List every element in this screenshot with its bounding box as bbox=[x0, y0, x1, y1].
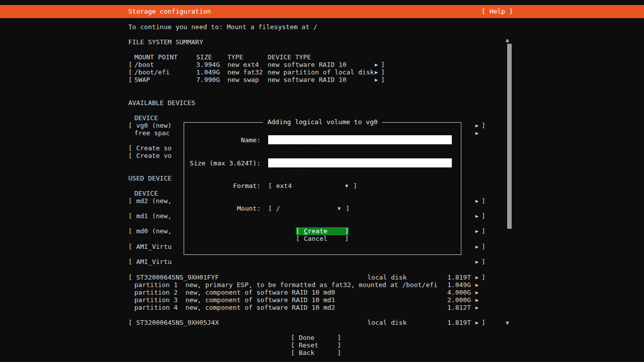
scroll-down-icon[interactable]: ▼ bbox=[506, 320, 509, 326]
chevron-down-icon: ▼ bbox=[345, 182, 348, 190]
row-disk-1[interactable]: [ ST32000645NS_9XH01FYF local disk 1.819… bbox=[0, 274, 644, 281]
create-volume-group-label: [ Create vo bbox=[128, 152, 172, 159]
title-bar: Storage configuration [ Help ] bbox=[0, 5, 644, 18]
expand-icon: ▶ bbox=[475, 296, 478, 304]
continue-notice: To continue you need to: Mount a filesys… bbox=[0, 23, 644, 31]
size-label: Size (max 3.624T): bbox=[184, 159, 261, 167]
expand-icon: ▶ bbox=[475, 258, 478, 265]
create-button[interactable]: [ Create ] bbox=[296, 227, 349, 235]
available-devices-title: AVAILABLE DEVICES bbox=[0, 99, 644, 107]
ami-virtual-label: [ AMI_Virtu bbox=[128, 258, 172, 265]
size-input[interactable]: 100G bbox=[268, 158, 452, 167]
partition-row-4[interactable]: partition 4 new, component of software R… bbox=[0, 304, 644, 311]
bracket: ] bbox=[481, 243, 486, 250]
col-mount-point: MOUNT POINT bbox=[134, 53, 178, 61]
partition-size: 4.000G bbox=[428, 289, 471, 296]
size: 3.994G bbox=[196, 61, 220, 68]
partition-row-2[interactable]: partition 2 new, component of software R… bbox=[0, 289, 644, 296]
partition-desc: partition 2 new, component of software R… bbox=[134, 289, 335, 296]
fs-row-boot[interactable]: [ /boot 3.994G new ext4 new software RAI… bbox=[0, 61, 644, 68]
device-type: new software RAID 10 bbox=[268, 76, 347, 83]
expand-icon: ▶ bbox=[475, 212, 478, 220]
ami-virtual-label: [ AMI_Virtu bbox=[128, 243, 172, 250]
help-button[interactable]: [ Help ] bbox=[481, 5, 513, 18]
mount-value: [ / bbox=[268, 205, 280, 212]
partition-row-3[interactable]: partition 3 new, component of software R… bbox=[0, 296, 644, 304]
expand-icon: ▶ bbox=[475, 227, 478, 235]
vg0-label: [ vg0 (new) bbox=[128, 122, 172, 129]
mount-select[interactable]: [ / ▼ ] bbox=[184, 205, 461, 212]
disk-label: [ ST32000645NS_9XH01FYF bbox=[128, 274, 219, 281]
bracket: ] bbox=[346, 205, 350, 212]
disk-kind: local disk bbox=[367, 319, 407, 326]
fs-summary-header: MOUNT POINT SIZE TYPE DEVICE TYPE bbox=[0, 53, 644, 61]
partition-size: 1.049G bbox=[428, 281, 471, 289]
create-label: [ Create bbox=[296, 227, 328, 235]
disk-size: 1.819T bbox=[428, 319, 471, 326]
bracket: [ bbox=[128, 68, 132, 76]
bracket: ] bbox=[337, 334, 341, 342]
fs-row-boot-efi[interactable]: [ /boot/efi 1.049G new fat32 new partiti… bbox=[0, 68, 644, 76]
used-device-title-text: USED DEVICE bbox=[128, 174, 172, 182]
bracket: ] bbox=[345, 235, 349, 243]
bracket: [ bbox=[128, 61, 132, 68]
bracket: ] bbox=[381, 61, 385, 68]
back-label: [ Back bbox=[291, 349, 314, 357]
mount-point: /boot bbox=[134, 61, 154, 68]
partition-row-1[interactable]: partition 1 new, primary ESP, to be form… bbox=[0, 281, 644, 289]
partition-desc: partition 4 new, component of software R… bbox=[134, 304, 335, 311]
col-device: DEVICE bbox=[134, 190, 158, 197]
done-button[interactable]: [ Done ] bbox=[291, 334, 341, 342]
bracket: ] bbox=[345, 227, 349, 235]
disk-label: [ ST32000645NS_9XH05J4X bbox=[128, 319, 219, 326]
col-device-type: DEVICE TYPE bbox=[268, 53, 311, 61]
size: 1.049G bbox=[196, 68, 220, 76]
scroll-up-icon[interactable]: ▲ bbox=[506, 37, 509, 43]
partition-size: 2.000G bbox=[428, 296, 471, 304]
disk-size: 1.819T bbox=[428, 274, 471, 281]
col-type: TYPE bbox=[227, 53, 243, 61]
format-value: [ ext4 bbox=[268, 182, 292, 190]
name-input[interactable]: lv-root bbox=[268, 135, 452, 144]
row-ami-virtual-2[interactable]: [ AMI_Virtu ▶ ] bbox=[0, 258, 644, 265]
size: 7.990G bbox=[196, 76, 220, 83]
create-software-raid-label: [ Create so bbox=[128, 144, 172, 152]
expand-icon: ▶ bbox=[475, 243, 478, 250]
row-disk-2[interactable]: [ ST32000645NS_9XH05J4X local disk 1.819… bbox=[0, 319, 644, 326]
bracket: ] bbox=[481, 227, 486, 235]
expand-icon: ▶ bbox=[475, 319, 478, 326]
device-type: new partition of local disk bbox=[268, 68, 374, 76]
reset-label: [ Reset bbox=[291, 341, 318, 349]
dialog-title: Adding logical volume to vg0 bbox=[263, 118, 382, 126]
mount-point: SWAP bbox=[134, 76, 150, 83]
bracket: ] bbox=[337, 349, 341, 357]
bracket: ] bbox=[381, 68, 385, 76]
md2-label: [ md2 (new, bbox=[128, 197, 172, 205]
partition-desc: partition 1 new, primary ESP, to be form… bbox=[134, 281, 438, 289]
expand-icon: ▶ bbox=[475, 281, 478, 289]
storage-configuration-screen: Storage configuration [ Help ] To contin… bbox=[0, 0, 644, 362]
cancel-button[interactable]: [ Cancel ] bbox=[296, 235, 349, 243]
reset-button[interactable]: [ Reset ] bbox=[291, 341, 341, 349]
scrollbar-thumb[interactable] bbox=[507, 44, 512, 229]
fs-row-swap[interactable]: [ SWAP 7.990G new swap new software RAID… bbox=[0, 76, 644, 83]
bracket: ] bbox=[481, 197, 486, 205]
bracket: ] bbox=[381, 76, 385, 83]
md1-label: [ md1 (new, bbox=[128, 212, 172, 220]
expand-icon: ▶ bbox=[475, 289, 478, 296]
type: new fat32 bbox=[227, 68, 263, 76]
device-type: new software RAID 10 bbox=[268, 61, 347, 68]
page-title: Storage configuration bbox=[128, 5, 211, 18]
name-value: lv-root bbox=[294, 145, 321, 152]
partition-size: 1.812T bbox=[428, 304, 471, 311]
done-label: [ Done bbox=[291, 334, 314, 342]
bracket: ] bbox=[481, 319, 486, 326]
mount-point: /boot/efi bbox=[134, 68, 170, 76]
expand-icon: ▶ bbox=[475, 129, 478, 137]
expand-icon: ▶ bbox=[475, 197, 478, 205]
chevron-down-icon: ▼ bbox=[338, 205, 341, 212]
format-select[interactable]: [ ext4 ▼ ] bbox=[184, 182, 461, 190]
expand-icon: ▶ bbox=[375, 68, 378, 76]
back-button[interactable]: [ Back ] bbox=[291, 349, 341, 357]
bracket: ] bbox=[481, 274, 486, 281]
